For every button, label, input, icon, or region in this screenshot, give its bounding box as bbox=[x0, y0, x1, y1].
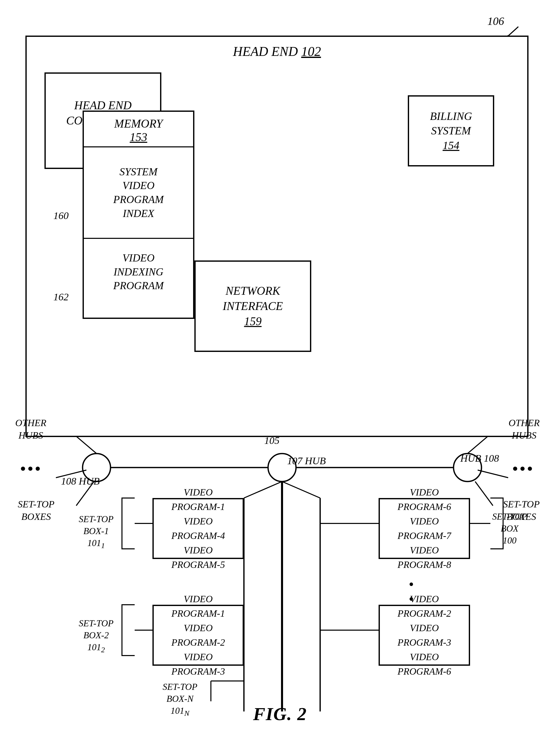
vp-box-2: VIDEO PROGRAM-1VIDEO PROGRAM-2VIDEO PROG… bbox=[153, 605, 244, 666]
stb-n-label: SET-TOPBOX-N101N bbox=[163, 681, 197, 718]
billing-label: BILLINGSYSTEM154 bbox=[430, 109, 472, 153]
vp-box-4-label: VIDEO PROGRAM-2VIDEO PROGRAM-3VIDEO PROG… bbox=[385, 592, 464, 679]
billing-system-box: BILLINGSYSTEM154 bbox=[408, 95, 494, 166]
svg-line-20 bbox=[478, 470, 508, 478]
stb-1-label: SET-TOPBOX-11011 bbox=[79, 513, 113, 550]
hub-108-right-label: HUB 108 bbox=[460, 452, 499, 464]
vip-section: VIDEOINDEXINGPROGRAM bbox=[84, 239, 193, 305]
ni-label: NETWORKINTERFACE159 bbox=[223, 283, 283, 329]
hub-108-left-label: 108 HUB bbox=[61, 475, 100, 487]
ref-160-label: 160 bbox=[53, 209, 69, 222]
svpi-label: SYSTEMVIDEOPROGRAMINDEX bbox=[113, 165, 164, 220]
vp-box-3-label: VIDEO PROGRAM-6VIDEO PROGRAM-7VIDEO PROG… bbox=[385, 485, 464, 572]
vp-box-3: VIDEO PROGRAM-6VIDEO PROGRAM-7VIDEO PROG… bbox=[378, 498, 470, 559]
diagram: 106 HEAD END 102 HEAD ENDCONTROLLER152 M… bbox=[0, 0, 560, 745]
svg-line-25 bbox=[282, 482, 320, 498]
figure-label: FIG. 2 bbox=[253, 704, 307, 725]
right-dots: ••• bbox=[513, 460, 535, 478]
svg-line-23 bbox=[244, 482, 282, 498]
svg-line-21 bbox=[475, 482, 493, 506]
ref-105-label: 105 bbox=[264, 434, 279, 447]
ref-162-label: 162 bbox=[53, 291, 69, 303]
vp-box-1-label: VIDEO PROGRAM-1VIDEO PROGRAM-4VIDEO PROG… bbox=[159, 485, 237, 572]
other-hubs-left-label: OTHERHUBS bbox=[15, 417, 46, 442]
ref-106-label: 106 bbox=[487, 15, 504, 28]
stb-left-label: SET-TOPBOXES bbox=[18, 498, 54, 523]
stb-2-label: SET-TOPBOX-21012 bbox=[79, 617, 113, 654]
vp-box-4: VIDEO PROGRAM-2VIDEO PROGRAM-3VIDEO PROG… bbox=[378, 605, 470, 666]
memory-box: MEMORY153 SYSTEMVIDEOPROGRAMINDEX VIDEOI… bbox=[83, 110, 194, 319]
memory-title: MEMORY153 bbox=[84, 112, 193, 148]
head-end-ref: 102 bbox=[301, 44, 321, 59]
stb-100-label: SET-TOPBOX100 bbox=[492, 511, 527, 546]
vp-box-2-label: VIDEO PROGRAM-1VIDEO PROGRAM-2VIDEO PROG… bbox=[159, 592, 237, 679]
head-end-box: HEAD END 102 HEAD ENDCONTROLLER152 MEMOR… bbox=[25, 36, 528, 437]
svpi-section: SYSTEMVIDEOPROGRAMINDEX bbox=[84, 148, 193, 239]
hub-107-label: 107 HUB bbox=[287, 455, 326, 467]
head-end-title: HEAD END 102 bbox=[233, 44, 321, 59]
network-interface-box: NETWORKINTERFACE159 bbox=[194, 260, 311, 352]
left-dots: ••• bbox=[20, 460, 42, 478]
other-hubs-right-label: OTHERHUBS bbox=[509, 417, 540, 442]
vip-label: VIDEOINDEXINGPROGRAM bbox=[113, 251, 164, 293]
vp-box-1: VIDEO PROGRAM-1VIDEO PROGRAM-4VIDEO PROG… bbox=[153, 498, 244, 559]
